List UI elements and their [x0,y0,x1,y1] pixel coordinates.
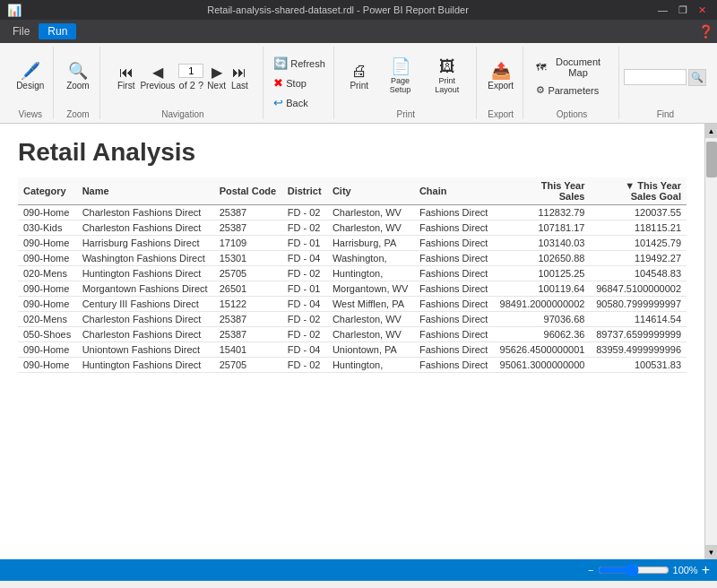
cell-postalCode: 15301 [214,251,282,266]
cell-postalCode: 25387 [214,220,282,236]
cell-district: FD - 01 [282,236,327,251]
cell-chain: Fashions Direct [414,251,494,266]
zoom-button[interactable]: 🔍 Zoom [62,61,94,92]
last-button[interactable]: ⏭ Last [229,63,250,92]
main-wrapper: Retail Analysis Category Name Postal Cod… [0,124,717,559]
previous-icon: ◀ [152,64,163,81]
col-header-chain: Chain [414,177,494,205]
col-header-postal: Postal Code [214,177,282,205]
zoom-minus[interactable]: − [588,565,593,575]
cell-district: FD - 02 [282,327,327,342]
print-label: Print [397,106,416,119]
export-button[interactable]: 📤 Export [484,61,517,92]
cell-category: 090-Home [18,342,77,358]
back-button[interactable]: ↩ Back [270,94,329,111]
first-button[interactable]: ⏮ First [116,63,136,92]
cell-category: 090-Home [18,236,77,251]
next-button[interactable]: ▶ Next [205,62,228,92]
page-number-input[interactable] [178,64,203,78]
cell-vThisYearSalesGoal: 96847.5100000002 [590,281,687,297]
zoom-plus-button[interactable]: + [702,562,710,578]
document-map-button[interactable]: 🗺 Document Map [532,55,610,80]
cell-postalCode: 25387 [214,327,282,342]
cell-postalCode: 25705 [214,358,282,373]
cell-chain: Fashions Direct [414,358,494,373]
refresh-button[interactable]: 🔄 Refresh [270,55,329,72]
cell-thisYearSales: 95061.3000000000 [494,358,591,373]
stop-button[interactable]: ✖ Stop [270,74,329,91]
cell-name: Charleston Fashions Direct [77,312,214,327]
page-setup-icon: 📄 [391,58,410,74]
col-header-this-year-sales: This YearSales [494,177,591,205]
cell-city: Charleston, WV [327,312,414,327]
cell-city: Uniontown, PA [327,342,414,358]
cell-city: Charleston, WV [327,220,414,236]
cell-city: Charleston, WV [327,205,414,220]
back-icon: ↩ [273,96,283,109]
print-layout-icon: 🖼 [439,58,455,74]
window-title: Retail-analysis-shared-dataset.rdl - Pow… [22,4,654,15]
cell-thisYearSales: 103140.03 [494,236,591,251]
views-label: Views [18,106,42,119]
ribbon-print-group: 🖨 Print 📄 Page Setup 🖼 Print Layout Prin… [336,47,477,119]
print-button[interactable]: 🖨 Print [343,61,376,92]
menu-run[interactable]: Run [39,23,76,39]
cell-postalCode: 15122 [214,297,282,312]
scrollbar-down-button[interactable]: ▼ [705,545,718,559]
ribbon: 🖊️ Design Views 🔍 Zoom Zoom ⏮ First ◀ Pr… [0,43,717,124]
status-bar: − 100% + [0,559,717,581]
zoom-icon: 🔍 [68,63,88,79]
find-search-button[interactable]: 🔍 [688,69,706,86]
design-icon: 🖊️ [21,63,40,79]
design-button[interactable]: 🖊️ Design [13,61,48,92]
cell-thisYearSales: 102650.88 [494,251,591,266]
cell-name: Harrisburg Fashions Direct [77,236,214,251]
cell-thisYearSales: 97036.68 [494,312,591,327]
cell-thisYearSales: 112832.79 [494,205,591,220]
cell-chain: Fashions Direct [414,312,494,327]
cell-name: Charleston Fashions Direct [77,220,214,236]
title-bar: 📊 Retail-analysis-shared-dataset.rdl - P… [0,0,717,20]
cell-thisYearSales: 100119.64 [494,281,591,297]
cell-category: 090-Home [18,281,77,297]
close-button[interactable]: ✕ [695,4,710,16]
scrollbar-thumb[interactable] [706,142,717,177]
cell-city: Huntington, [327,266,414,281]
zoom-label: Zoom [66,106,90,119]
find-input[interactable] [624,69,687,85]
help-icon[interactable]: ❓ [698,24,713,39]
cell-thisYearSales: 98491.2000000002 [494,297,591,312]
table-row: 090-HomeUniontown Fashions Direct15401FD… [18,342,687,358]
cell-category: 090-Home [18,251,77,266]
cell-name: Morgantown Fashions Direct [77,281,214,297]
page-setup-button[interactable]: 📄 Page Setup [379,56,422,96]
zoom-slider[interactable] [598,563,669,577]
ribbon-find-group: 🔍 Find Find [621,47,710,119]
cell-district: FD - 02 [282,266,327,281]
scrollbar-up-button[interactable]: ▲ [705,124,718,138]
options-label: Options [557,106,587,119]
col-header-category: Category [18,177,77,205]
parameters-icon: ⚙ [536,84,545,96]
minimize-button[interactable]: — [654,4,671,16]
previous-button[interactable]: ◀ Previous [138,62,177,92]
cell-category: 050-Shoes [18,327,77,342]
page-of-text: of 2 ? [179,80,204,91]
cell-chain: Fashions Direct [414,342,494,358]
restore-button[interactable]: ❐ [675,4,691,16]
cell-district: FD - 04 [282,342,327,358]
cell-city: Huntington, [327,358,414,373]
last-icon: ⏭ [232,65,246,81]
ribbon-options-group: 🗺 Document Map ⚙ Parameters Options [525,47,618,119]
vertical-scrollbar[interactable]: ▲ ▼ [704,124,717,559]
cell-vThisYearSalesGoal: 90580.7999999997 [590,297,687,312]
print-layout-button[interactable]: 🖼 Print Layout [425,56,469,96]
table-row: 050-ShoesCharleston Fashions Direct25387… [18,327,687,342]
menu-file[interactable]: File [4,23,39,39]
next-icon: ▶ [212,64,222,81]
report-container: Retail Analysis Category Name Postal Cod… [0,124,704,559]
parameters-button[interactable]: ⚙ Parameters [532,82,610,98]
cell-vThisYearSalesGoal: 101425.79 [590,236,687,251]
table-row: 090-HomeHuntington Fashions Direct25705F… [18,358,687,373]
report-table: Category Name Postal Code District City … [18,177,687,373]
